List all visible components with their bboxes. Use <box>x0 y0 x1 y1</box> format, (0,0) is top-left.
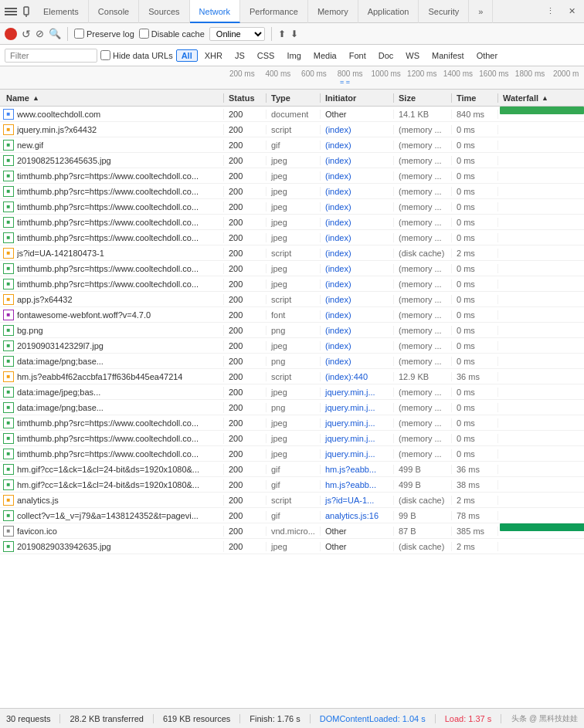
cell-initiator[interactable]: (index) <box>321 187 394 196</box>
filter-xhr[interactable]: XHR <box>199 49 228 62</box>
cell-initiator[interactable]: jquery.min.j... <box>321 388 394 397</box>
cell-initiator[interactable]: (index) <box>321 141 394 150</box>
devtools-more-icon[interactable]: ⋮ <box>541 2 559 21</box>
preserve-log-checkbox[interactable] <box>74 29 84 39</box>
col-header-initiator[interactable]: Initiator <box>321 93 394 103</box>
table-row[interactable]: ■ hm.gif?cc=1&ck=1&cl=24-bit&ds=1920x108… <box>0 477 584 493</box>
filter-icon[interactable]: ⊘ <box>36 28 44 39</box>
search-icon[interactable]: 🔍 <box>49 28 61 39</box>
filter-all[interactable]: All <box>176 49 198 62</box>
cell-initiator[interactable]: (index):440 <box>321 372 394 381</box>
cell-initiator[interactable]: jquery.min.j... <box>321 403 394 412</box>
cell-initiator[interactable]: (index) <box>321 341 394 350</box>
table-row[interactable]: ■ analytics.js 200 script js?id=UA-1... … <box>0 493 584 508</box>
cell-initiator[interactable]: (index) <box>321 156 394 165</box>
tab-elements[interactable]: Elements <box>34 0 89 23</box>
col-header-name[interactable]: Name ▲ <box>0 93 224 103</box>
tab-more[interactable]: » <box>469 0 493 23</box>
hide-urls-label[interactable]: Hide data URLs <box>100 50 173 60</box>
table-row[interactable]: ■ collect?v=1&_v=j79&a=1438124352&t=page… <box>0 508 584 523</box>
cell-initiator[interactable]: (index) <box>321 357 394 366</box>
table-row[interactable]: ■ 20190825123645635.jpg 200 jpeg (index)… <box>0 153 584 168</box>
filter-manifest[interactable]: Manifest <box>426 49 470 62</box>
table-row[interactable]: ■ timthumb.php?src=https://www.cooltechd… <box>0 230 584 245</box>
cell-initiator[interactable]: (index) <box>321 326 394 335</box>
record-button[interactable] <box>5 28 17 40</box>
import-icon[interactable]: ⬆ <box>278 29 286 39</box>
disable-cache-label[interactable]: Disable cache <box>139 29 205 39</box>
table-row[interactable]: ■ hm.gif?cc=1&ck=1&cl=24-bit&ds=1920x108… <box>0 462 584 477</box>
tab-sources[interactable]: Sources <box>139 0 189 23</box>
cell-initiator[interactable]: (index) <box>321 202 394 212</box>
cell-initiator[interactable]: hm.js?eabb... <box>321 480 394 489</box>
cell-initiator[interactable]: hm.js?eabb... <box>321 465 394 474</box>
filter-ws[interactable]: WS <box>400 49 425 62</box>
export-icon[interactable]: ⬇ <box>290 29 298 39</box>
table-row[interactable]: ■ fontawesome-webfont.woff?v=4.7.0 200 f… <box>0 307 584 323</box>
cell-initiator[interactable]: (index) <box>321 125 394 134</box>
disable-cache-checkbox[interactable] <box>139 29 149 39</box>
table-row[interactable]: ■ timthumb.php?src=https://www.cooltechd… <box>0 446 584 462</box>
filter-media[interactable]: Media <box>308 49 342 62</box>
preserve-log-label[interactable]: Preserve log <box>74 29 134 39</box>
filter-css[interactable]: CSS <box>252 49 280 62</box>
cell-initiator[interactable]: jquery.min.j... <box>321 449 394 459</box>
table-row[interactable]: ■ timthumb.php?src=https://www.cooltechd… <box>0 184 584 199</box>
devtools-close-icon[interactable]: ✕ <box>562 2 581 21</box>
cell-initiator[interactable]: jquery.min.j... <box>321 418 394 428</box>
cell-initiator[interactable]: (index) <box>321 279 394 289</box>
throttle-select[interactable]: Online Fast 3G Slow 3G Offline <box>209 27 265 41</box>
cell-initiator[interactable]: analytics.js:16 <box>321 511 394 520</box>
cell-initiator[interactable]: jquery.min.j... <box>321 434 394 443</box>
col-header-time[interactable]: Time <box>452 93 498 103</box>
table-row[interactable]: ■ www.cooltechdoll.com 200 document Othe… <box>0 107 584 122</box>
cell-initiator[interactable]: js?id=UA-1... <box>321 496 394 505</box>
cell-initiator[interactable]: (index) <box>321 295 394 304</box>
col-header-status[interactable]: Status <box>224 93 267 103</box>
hide-urls-checkbox[interactable] <box>100 50 110 60</box>
col-header-type[interactable]: Type <box>267 93 321 103</box>
table-row[interactable]: ■ bg.png 200 png (index) (memory ... 0 m… <box>0 323 584 338</box>
cell-initiator[interactable]: (index) <box>321 310 394 320</box>
table-row[interactable]: ■ timthumb.php?src=https://www.cooltechd… <box>0 261 584 276</box>
table-row[interactable]: ■ timthumb.php?src=https://www.cooltechd… <box>0 199 584 215</box>
cell-initiator[interactable]: (index) <box>321 218 394 227</box>
filter-doc[interactable]: Doc <box>373 49 399 62</box>
col-header-size[interactable]: Size <box>394 93 452 103</box>
table-row[interactable]: ■ 20190829033942635.jpg 200 jpeg Other (… <box>0 539 584 554</box>
tab-memory[interactable]: Memory <box>308 0 358 23</box>
table-row[interactable]: ■ timthumb.php?src=https://www.cooltechd… <box>0 215 584 230</box>
table-row[interactable]: ■ js?id=UA-142180473-1 200 script (index… <box>0 245 584 261</box>
table-row[interactable]: ■ app.js?x64432 200 script (index) (memo… <box>0 292 584 307</box>
filter-input[interactable] <box>5 49 97 63</box>
filter-font[interactable]: Font <box>344 49 372 62</box>
table-row[interactable]: ■ timthumb.php?src=https://www.cooltechd… <box>0 431 584 446</box>
table-row[interactable]: ■ hm.js?eabb4f62accbfa17ff636b445ea47214… <box>0 369 584 384</box>
col-header-waterfall[interactable]: Waterfall ▲ <box>498 93 584 103</box>
table-row[interactable]: ■ data:image/png;base... 200 png jquery.… <box>0 400 584 415</box>
reload-icon[interactable]: ↺ <box>22 28 31 40</box>
filter-js[interactable]: JS <box>229 49 250 62</box>
cell-initiator[interactable]: (index) <box>321 249 394 258</box>
tab-network[interactable]: Network <box>190 0 240 23</box>
table-row[interactable]: ■ timthumb.php?src=https://www.cooltechd… <box>0 415 584 431</box>
filter-other[interactable]: Other <box>471 49 504 62</box>
tab-console[interactable]: Console <box>89 0 139 23</box>
filter-img[interactable]: Img <box>281 49 306 62</box>
table-row[interactable]: ■ new.gif 200 gif (index) (memory ... 0 … <box>0 137 584 153</box>
table-row[interactable]: ■ data:image/jpeg;bas... 200 jpeg jquery… <box>0 384 584 400</box>
table-row[interactable]: ■ favicon.ico 200 vnd.micro... Other 87 … <box>0 523 584 539</box>
tab-performance[interactable]: Performance <box>240 0 308 23</box>
tab-security[interactable]: Security <box>419 0 469 23</box>
table-row[interactable]: ■ 20190903142329l7.jpg 200 jpeg (index) … <box>0 338 584 354</box>
tab-application[interactable]: Application <box>358 0 419 23</box>
devtools-menu-icon[interactable] <box>3 4 19 19</box>
cell-initiator[interactable]: (index) <box>321 233 394 242</box>
cell-initiator[interactable]: (index) <box>321 264 394 273</box>
table-row[interactable]: ■ timthumb.php?src=https://www.cooltechd… <box>0 168 584 184</box>
cell-initiator[interactable]: (index) <box>321 171 394 181</box>
table-row[interactable]: ■ timthumb.php?src=https://www.cooltechd… <box>0 276 584 292</box>
table-row[interactable]: ■ jquery.min.js?x64432 200 script (index… <box>0 122 584 137</box>
devtools-pin-icon[interactable] <box>19 4 34 19</box>
table-row[interactable]: ■ data:image/png;base... 200 png (index)… <box>0 354 584 369</box>
